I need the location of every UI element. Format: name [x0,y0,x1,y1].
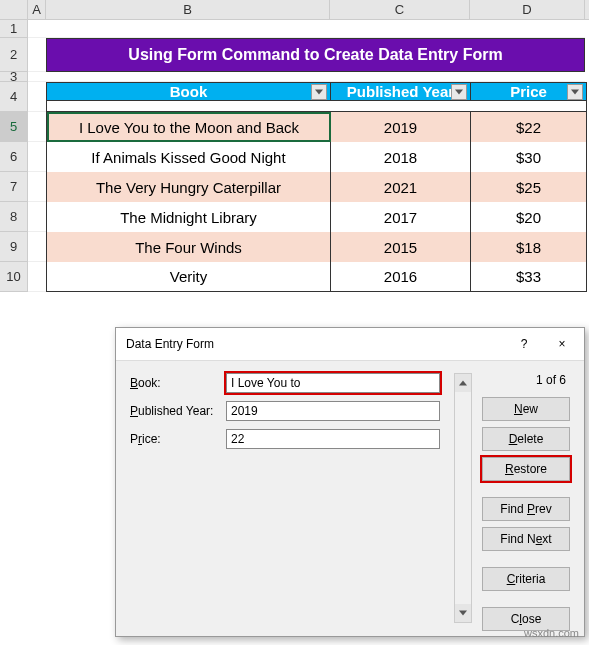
row-header-1[interactable]: 1 [0,20,28,38]
price-field[interactable] [226,429,440,449]
cell-a4[interactable] [28,82,46,112]
row-header-8[interactable]: 8 [0,202,28,232]
filter-dropdown-icon[interactable] [311,84,327,100]
cell-year-4[interactable]: 2015 [331,232,471,262]
row-header-2[interactable]: 2 [0,38,28,72]
cell-a9[interactable] [28,232,46,262]
cell-book-0[interactable]: I Love You to the Moon and Back [47,112,331,142]
cell-a7[interactable] [28,172,46,202]
cell-price-0[interactable]: $22 [471,112,586,142]
header-text-book: Book [170,83,208,100]
book-field[interactable] [226,373,440,393]
cell-price-3[interactable]: $20 [471,202,586,232]
page-title[interactable]: Using Form Command to Create Data Entry … [46,38,585,72]
label-book: Book: [130,376,226,390]
cell-c1[interactable] [330,20,470,38]
cell-book-5[interactable]: Verity [47,262,331,291]
dialog-title: Data Entry Form [126,337,214,351]
header-text-price: Price [510,83,547,100]
cell-price-2[interactable]: $25 [471,172,586,202]
cell-a5[interactable] [28,112,46,142]
restore-button[interactable]: Restore [482,457,570,481]
cell-price-1[interactable]: $30 [471,142,586,172]
filter-dropdown-icon[interactable] [567,84,583,100]
scroll-up-icon[interactable] [455,374,471,392]
cell-a6[interactable] [28,142,46,172]
col-header-a[interactable]: A [28,0,46,19]
table-header-year[interactable]: Published Year [331,83,471,101]
find-prev-button[interactable]: Find Prev [482,497,570,521]
label-year: Published Year: [130,404,226,418]
cell-year-2[interactable]: 2021 [331,172,471,202]
data-entry-form-dialog: Data Entry Form ? × Book: Published Year… [115,327,585,637]
scroll-down-icon[interactable] [455,604,471,622]
help-button[interactable]: ? [512,334,536,354]
criteria-button[interactable]: Criteria [482,567,570,591]
cell-book-4[interactable]: The Four Winds [47,232,331,262]
watermark: wsxdn.com [524,627,579,639]
cell-a3[interactable] [28,72,46,82]
cell-d1[interactable] [470,20,585,38]
record-counter: 1 of 6 [482,373,570,387]
cell-year-5[interactable]: 2016 [331,262,471,291]
row-header-6[interactable]: 6 [0,142,28,172]
cell-a2[interactable] [28,38,46,72]
select-all-corner[interactable] [0,0,28,19]
col-header-d[interactable]: D [470,0,585,19]
table-header-price[interactable]: Price [471,83,586,101]
find-next-button[interactable]: Find Next [482,527,570,551]
new-button[interactable]: New [482,397,570,421]
row-header-4[interactable]: 4 [0,82,28,112]
cell-price-4[interactable]: $18 [471,232,586,262]
cell-book-2[interactable]: The Very Hungry Caterpillar [47,172,331,202]
col-header-c[interactable]: C [330,0,470,19]
filter-dropdown-icon[interactable] [451,84,467,100]
cell-a10[interactable] [28,262,46,292]
cell-price-5[interactable]: $33 [471,262,586,291]
row-header-5[interactable]: 5 [0,112,28,142]
spreadsheet: A B C D 1 2 Using Form Command to Create… [0,0,589,292]
form-buttons: 1 of 6 New Delete Restore Find Prev Find… [482,373,570,637]
cell-book-3[interactable]: The Midnight Library [47,202,331,232]
column-headers-row: A B C D [0,0,589,20]
cell-year-0[interactable]: 2019 [331,112,471,142]
cell-year-1[interactable]: 2018 [331,142,471,172]
table-header-book[interactable]: Book [47,83,331,101]
row-header-7[interactable]: 7 [0,172,28,202]
cell-year-3[interactable]: 2017 [331,202,471,232]
form-scrollbar[interactable] [454,373,472,623]
header-text-year: Published Year [347,83,454,100]
cell-book-1[interactable]: If Animals Kissed Good Night [47,142,331,172]
delete-button[interactable]: Delete [482,427,570,451]
cell-b1[interactable] [46,20,330,38]
dialog-titlebar[interactable]: Data Entry Form ? × [116,328,584,361]
row-header-9[interactable]: 9 [0,232,28,262]
cell-a8[interactable] [28,202,46,232]
cell-b3[interactable] [46,72,330,82]
cell-c3[interactable] [330,72,470,82]
form-fields: Book: Published Year: Price: [130,373,440,637]
cell-d3[interactable] [470,72,585,82]
row-header-3[interactable]: 3 [0,72,28,82]
cell-a1[interactable] [28,20,46,38]
row-header-10[interactable]: 10 [0,262,28,292]
close-icon[interactable]: × [550,334,574,354]
label-price: Price: [130,432,226,446]
published-year-field[interactable] [226,401,440,421]
col-header-b[interactable]: B [46,0,330,19]
